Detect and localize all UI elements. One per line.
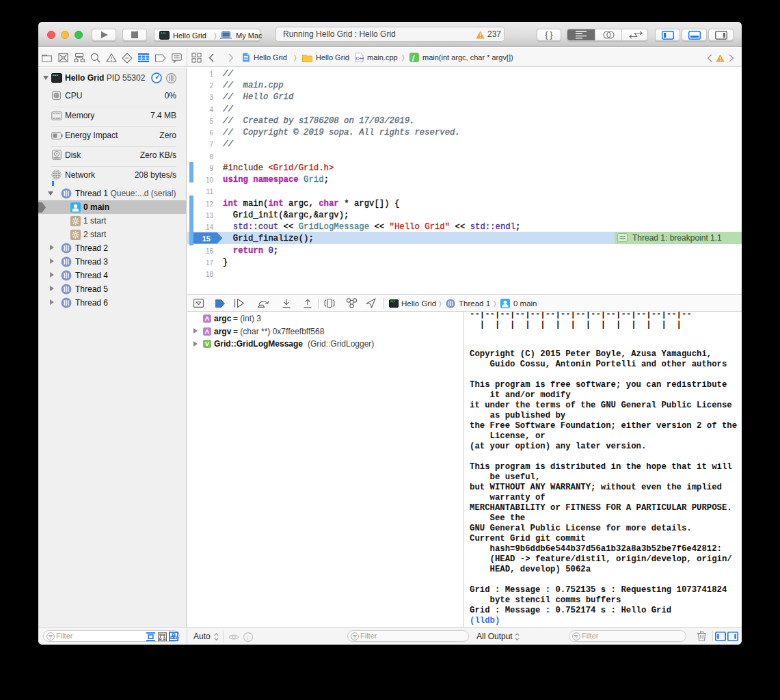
svg-text:i: i: [247, 634, 249, 641]
svg-text:C++: C++: [356, 56, 364, 61]
